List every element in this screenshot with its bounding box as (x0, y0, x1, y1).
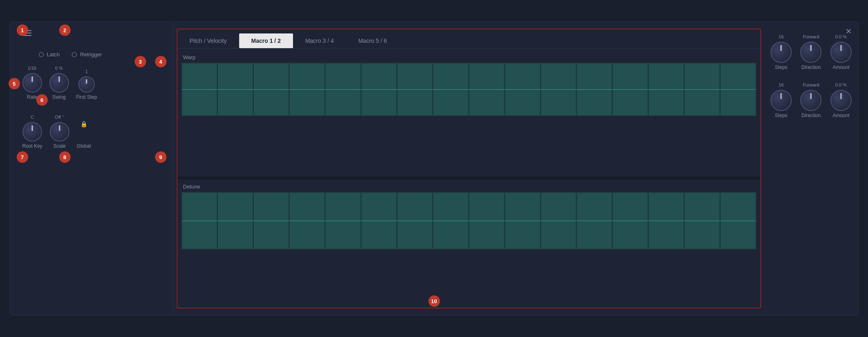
warp-direction-value: Forward (803, 34, 819, 39)
rate-value: 1/16 (28, 66, 36, 71)
warp-direction-label: Direction (801, 64, 821, 70)
detune-steps-group: 16 Steps (770, 82, 792, 118)
center-panel: Pitch / Velocity Macro 1 / 2 Macro 3 / 4… (177, 29, 761, 308)
root-key-group: C Root Key (22, 115, 42, 149)
detune-direction-group: Forward Direction (800, 82, 821, 118)
annotation-4: 4 (155, 56, 166, 67)
first-step-value: 1 (85, 69, 88, 74)
swing-value: 0 % (55, 66, 63, 71)
detune-grid[interactable] (182, 192, 756, 249)
detune-direction-label: Direction (801, 113, 821, 118)
menu-icon[interactable] (22, 30, 161, 36)
root-key-knob[interactable] (22, 122, 42, 142)
tabs-row: Pitch / Velocity Macro 1 / 2 Macro 3 / 4… (178, 33, 760, 49)
first-step-group: 1 First Step (76, 69, 97, 100)
scale-value: Off ˅ (55, 115, 64, 120)
main-container: 1 2 Latch Retrigger 3 4 5 6 (10, 22, 859, 315)
detune-direction-knob[interactable] (800, 90, 821, 111)
annotation-6: 6 (36, 94, 48, 106)
warp-steps-group: 16 Steps (770, 34, 792, 70)
annotation-9: 9 (155, 151, 166, 163)
first-step-label: First Step (76, 94, 97, 100)
rate-knob[interactable] (22, 73, 42, 93)
warp-label: Warp (182, 54, 756, 60)
latch-radio[interactable] (39, 52, 44, 57)
swing-knob[interactable] (49, 73, 69, 93)
detune-amount-group: 0.0 % Amount (830, 82, 852, 118)
detune-steps-label: Steps (775, 113, 788, 118)
detune-amount-knob[interactable] (830, 90, 852, 111)
scale-group: Off ˅ Scale (50, 115, 69, 149)
warp-amount-knob[interactable] (830, 42, 852, 63)
detune-steps-value: 16 (779, 82, 784, 87)
swing-label: Swing (52, 94, 66, 100)
annotation-7: 7 (17, 151, 28, 163)
first-step-knob[interactable] (78, 76, 95, 93)
detune-direction-value: Forward (803, 82, 819, 87)
close-button[interactable]: ✕ (846, 27, 852, 36)
annotation-5: 5 (9, 78, 20, 89)
warp-amount-group: 0.0 % Amount (830, 34, 852, 70)
scale-knob[interactable] (50, 122, 69, 142)
warp-grid[interactable] (182, 63, 756, 116)
detune-amount-value: 0.0 % (835, 82, 847, 87)
detune-control-row: 16 Steps Forward Direction 0.0 % Amount (768, 82, 854, 118)
global-label: Global (77, 143, 91, 149)
tab-macro-5-6[interactable]: Macro 5 / 6 (346, 33, 399, 48)
rate-label: Rate (27, 94, 37, 100)
scale-chevron: ˅ (62, 115, 64, 120)
swing-group: 0 % Swing (49, 66, 69, 100)
root-key-label: Root Key (22, 143, 42, 149)
latch-toggle[interactable]: Latch (39, 51, 60, 58)
scale-label: Scale (53, 143, 66, 149)
detune-steps-knob[interactable] (770, 90, 792, 111)
far-right-panel: 16 Steps Forward Direction 0.0 % Amount (764, 22, 858, 315)
retrigger-radio[interactable] (72, 52, 77, 57)
warp-amount-label: Amount (832, 64, 849, 70)
warp-steps-value: 16 (779, 34, 784, 39)
warp-direction-knob[interactable] (800, 42, 821, 63)
warp-steps-knob[interactable] (770, 42, 792, 63)
root-key-value: C (31, 115, 34, 120)
tab-pitch-velocity[interactable]: Pitch / Velocity (178, 33, 239, 48)
tab-macro-3-4[interactable]: Macro 3 / 4 (293, 33, 346, 48)
warp-control-row: 16 Steps Forward Direction 0.0 % Amount (768, 34, 854, 70)
detune-label: Detune (182, 184, 756, 190)
annotation-3: 3 (135, 56, 146, 67)
annotation-2: 2 (59, 24, 71, 36)
warp-grid-line (182, 89, 756, 90)
warp-controls: 16 Steps Forward Direction 0.0 % Amount (768, 34, 854, 70)
latch-label: Latch (47, 51, 60, 58)
detune-section: Detune (178, 181, 760, 304)
retrigger-toggle[interactable]: Retrigger (72, 51, 102, 58)
warp-section: Warp (178, 52, 760, 175)
warp-steps-label: Steps (775, 64, 788, 70)
section-divider (178, 176, 760, 180)
right-panel: Pitch / Velocity Macro 1 / 2 Macro 3 / 4… (173, 22, 858, 315)
retrigger-label: Retrigger (80, 51, 102, 58)
lock-icon: 🔒 (80, 121, 87, 127)
left-panel: 1 2 Latch Retrigger 3 4 5 6 (10, 22, 173, 315)
annotation-10: 10 (428, 295, 440, 307)
detune-amount-label: Amount (832, 113, 849, 118)
tab-macro-1-2[interactable]: Macro 1 / 2 (239, 33, 293, 48)
detune-grid-line (182, 221, 756, 221)
annotation-1: 1 (17, 24, 28, 36)
annotation-8: 8 (59, 151, 71, 163)
detune-controls: 16 Steps Forward Direction 0.0 % Amount (768, 82, 854, 118)
warp-direction-group: Forward Direction (800, 34, 821, 70)
global-group: 🔒 Global (77, 121, 91, 149)
